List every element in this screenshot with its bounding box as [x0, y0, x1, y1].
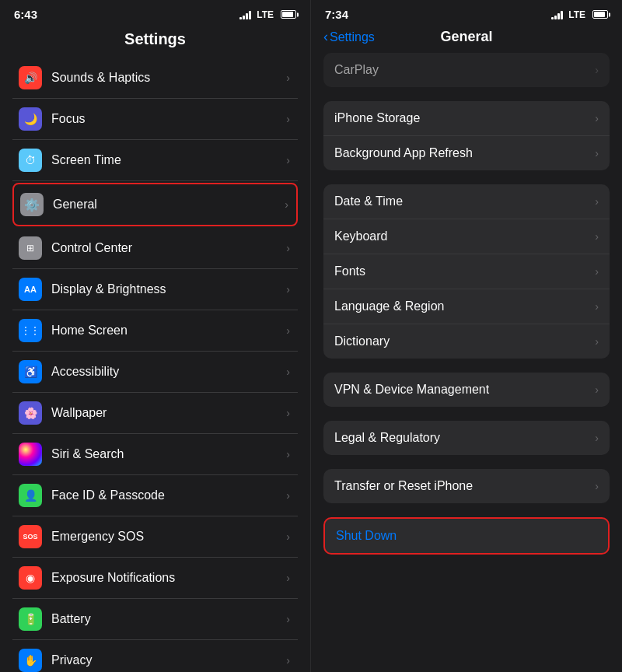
left-time: 6:43 [14, 8, 37, 21]
faceid-chevron: › [286, 489, 290, 502]
general-icon: ⚙️ [20, 193, 44, 216]
accessibility-chevron: › [286, 366, 290, 378]
siri-label: Siri & Search [51, 447, 286, 461]
settings-item-control[interactable]: ⊞ Control Center › [12, 228, 298, 269]
keyboard-chevron: › [595, 230, 599, 243]
display-label: Display & Brightness [51, 282, 286, 296]
right-battery-icon [592, 10, 608, 19]
legal-label: Legal & Regulatory [334, 431, 440, 445]
language-region-label: Language & Region [334, 299, 444, 313]
dictionary-item[interactable]: Dictionary › [323, 324, 610, 359]
settings-item-home[interactable]: ⋮⋮ Home Screen › [12, 310, 298, 352]
carplay-label: CarPlay [334, 63, 379, 77]
settings-item-sounds[interactable]: 🔊 Sounds & Haptics › [12, 58, 298, 99]
iphone-storage-label: iPhone Storage [334, 111, 420, 125]
wallpaper-chevron: › [286, 407, 290, 419]
settings-item-battery[interactable]: 🔋 Battery › [12, 599, 298, 640]
right-panel-title: General [440, 29, 492, 45]
focus-icon: 🌙 [19, 107, 42, 131]
date-time-chevron: › [595, 195, 599, 208]
carplay-item[interactable]: CarPlay › [323, 53, 610, 87]
right-lte-label: LTE [568, 9, 585, 20]
wallpaper-label: Wallpaper [51, 406, 286, 420]
dictionary-label: Dictionary [334, 334, 390, 348]
exposure-label: Exposure Notifications [51, 571, 286, 585]
sounds-label: Sounds & Haptics [51, 71, 286, 85]
battery-menu-icon: 🔋 [19, 607, 42, 631]
date-section: Date & Time › Keyboard › Fonts › Languag… [323, 184, 610, 359]
accessibility-label: Accessibility [51, 365, 286, 379]
siri-icon [19, 443, 42, 466]
left-status-bar: 6:43 LTE [0, 0, 310, 26]
sos-chevron: › [286, 530, 290, 543]
settings-item-screentime[interactable]: ⏱ Screen Time › [12, 140, 298, 181]
fonts-label: Fonts [334, 264, 365, 278]
legal-chevron: › [595, 432, 599, 444]
screentime-icon: ⏱ [19, 149, 42, 172]
left-panel-title: Settings [0, 26, 310, 58]
control-icon: ⊞ [19, 236, 42, 260]
fonts-item[interactable]: Fonts › [323, 254, 610, 289]
display-icon: AA [19, 278, 42, 301]
keyboard-label: Keyboard [334, 229, 388, 243]
exposure-chevron: › [286, 572, 290, 584]
home-label: Home Screen [51, 324, 286, 338]
language-region-chevron: › [595, 300, 599, 313]
battery-label: Battery [51, 612, 286, 626]
keyboard-item[interactable]: Keyboard › [323, 219, 610, 254]
dictionary-chevron: › [595, 335, 599, 348]
right-status-icons: LTE [551, 9, 608, 20]
settings-item-exposure[interactable]: ◉ Exposure Notifications › [12, 558, 298, 599]
iphone-storage-chevron: › [595, 112, 599, 124]
privacy-label: Privacy [51, 653, 286, 667]
control-label: Control Center [51, 241, 286, 255]
faceid-label: Face ID & Passcode [51, 488, 286, 502]
transfer-label: Transfer or Reset iPhone [334, 479, 473, 493]
vpn-chevron: › [595, 383, 599, 396]
background-refresh-label: Background App Refresh [334, 146, 473, 160]
control-chevron: › [286, 242, 290, 254]
settings-item-display[interactable]: AA Display & Brightness › [12, 269, 298, 310]
shutdown-button[interactable]: Shut Down [325, 519, 608, 553]
right-status-bar: 7:34 LTE [311, 0, 622, 26]
settings-item-privacy[interactable]: ✋ Privacy › [12, 640, 298, 672]
privacy-icon: ✋ [19, 649, 42, 672]
right-signal-icon [551, 10, 563, 19]
settings-item-general[interactable]: ⚙️ General › [12, 183, 298, 226]
legal-section: Legal & Regulatory › [323, 421, 610, 455]
legal-item[interactable]: Legal & Regulatory › [323, 421, 610, 455]
settings-item-sos[interactable]: SOS Emergency SOS › [12, 516, 298, 558]
vpn-item[interactable]: VPN & Device Management › [323, 373, 610, 407]
back-chevron-icon: ‹ [323, 29, 328, 45]
screentime-chevron: › [286, 154, 290, 166]
carplay-chevron: › [595, 64, 599, 76]
home-chevron: › [286, 324, 290, 337]
settings-item-accessibility[interactable]: ♿ Accessibility › [12, 352, 298, 393]
transfer-item[interactable]: Transfer or Reset iPhone › [323, 469, 610, 503]
right-panel: 7:34 LTE ‹ Settings General CarPlay › [311, 0, 622, 672]
settings-item-wallpaper[interactable]: 🌸 Wallpaper › [12, 393, 298, 434]
sos-icon: SOS [19, 525, 42, 548]
transfer-chevron: › [595, 480, 599, 492]
settings-list: 🔊 Sounds & Haptics › 🌙 Focus › ⏱ Screen … [0, 58, 310, 672]
background-refresh-item[interactable]: Background App Refresh › [323, 136, 610, 170]
iphone-storage-item[interactable]: iPhone Storage › [323, 101, 610, 136]
left-status-icons: LTE [239, 9, 296, 20]
right-content: CarPlay › iPhone Storage › Background Ap… [311, 53, 622, 672]
language-region-item[interactable]: Language & Region › [323, 289, 610, 324]
signal-icon [239, 10, 251, 19]
display-chevron: › [286, 283, 290, 296]
battery-icon [281, 10, 296, 19]
settings-item-siri[interactable]: Siri & Search › [12, 434, 298, 475]
focus-chevron: › [286, 113, 290, 125]
settings-item-faceid[interactable]: 👤 Face ID & Passcode › [12, 475, 298, 516]
vpn-label: VPN & Device Management [334, 383, 489, 397]
shutdown-section: Shut Down [323, 517, 610, 555]
fonts-chevron: › [595, 265, 599, 278]
back-button[interactable]: ‹ Settings [323, 29, 375, 45]
settings-item-focus[interactable]: 🌙 Focus › [12, 99, 298, 140]
focus-label: Focus [51, 112, 286, 126]
shutdown-label: Shut Down [336, 529, 397, 543]
date-time-item[interactable]: Date & Time › [323, 184, 610, 219]
general-label: General [53, 198, 285, 212]
